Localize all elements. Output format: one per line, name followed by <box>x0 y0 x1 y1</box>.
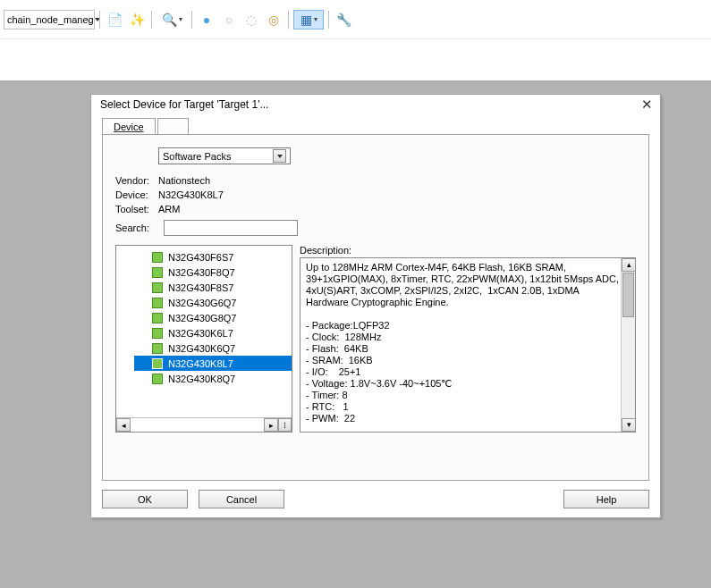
tree-item[interactable]: N32G430G6Q7 <box>134 295 292 310</box>
dot-blue-icon[interactable]: ● <box>197 10 216 29</box>
tab-device[interactable]: Device <box>102 118 156 135</box>
tree-item-label: N32G430K8Q7 <box>168 374 235 384</box>
toolset-label: Toolset: <box>115 204 158 214</box>
description-line: - Voltage: 1.8V~3.6V -40~+105℃ <box>306 378 619 390</box>
chip-icon <box>152 298 163 308</box>
help-button[interactable]: Help <box>563 490 649 508</box>
toolset-value: ARM <box>158 204 180 214</box>
chip-icon <box>152 252 163 263</box>
tree-item-label: N32G430G8Q7 <box>168 313 236 323</box>
dialog-button-row: OK Cancel Help <box>91 481 660 517</box>
chip-icon <box>152 328 163 339</box>
vendor-label: Vendor: <box>115 175 158 186</box>
tree-hscrollbar[interactable]: ◂ ▸ ⁞ <box>116 417 292 432</box>
scroll-up-icon[interactable]: ▴ <box>622 258 636 272</box>
scroll-grip-icon[interactable]: ⁞ <box>278 418 292 432</box>
tree-item[interactable]: N32G430F6S7 <box>134 249 292 265</box>
target-icon[interactable]: ◎ <box>264 10 284 29</box>
select-device-dialog: Select Device for Target 'Target 1'... ✕… <box>90 94 661 518</box>
chip-icon <box>152 374 163 384</box>
close-icon[interactable]: ✕ <box>641 97 653 113</box>
tree-item[interactable]: N32G430K6L7 <box>134 325 292 340</box>
description-line: - PWM: 22 <box>306 413 619 424</box>
tree-item-label: N32G430K8L7 <box>168 358 233 369</box>
project-combo[interactable]: chain_node_maneg <box>4 10 95 29</box>
desc-vscrollbar[interactable]: ▴ ▾ <box>621 258 635 432</box>
tree-item-label: N32G430G6Q7 <box>168 298 236 308</box>
tree-item[interactable]: N32G430G8Q7 <box>134 310 292 325</box>
zoom-icon[interactable]: 🔍▾ <box>157 10 187 29</box>
wand-icon[interactable]: ✨ <box>127 10 147 29</box>
cancel-button[interactable]: Cancel <box>199 490 284 508</box>
chip-icon <box>152 343 163 354</box>
dialog-title: Select Device for Target 'Target 1'... <box>100 98 268 111</box>
search-input[interactable] <box>164 220 298 236</box>
tree-item-label: N32G430K6L7 <box>168 328 233 339</box>
chip-icon <box>152 267 163 278</box>
toolbar-separator <box>191 11 192 29</box>
tree-item[interactable]: N32G430K6Q7 <box>134 340 292 356</box>
description-line: - SRAM: 16KB <box>306 355 619 366</box>
description-box: Up to 128MHz ARM Cortex-M4F, 64KB Flash,… <box>300 257 636 433</box>
description-line: Up to 128MHz ARM Cortex-M4F, 64KB Flash,… <box>306 262 619 273</box>
tree-item-label: N32G430F8S7 <box>168 282 233 293</box>
tab-strip: Device ... <box>102 117 649 134</box>
tree-item-label: N32G430F6S7 <box>168 252 233 263</box>
description-line: - Timer: 8 <box>306 390 619 401</box>
tab-blank[interactable]: ... <box>157 118 189 135</box>
layout-icon[interactable]: ▦▾ <box>293 10 324 29</box>
description-line: 4xU(S)ART, 3xCOMP, 2xSPI/I2S, 2xI2C, 1xC… <box>306 285 619 297</box>
description-line: - Clock: 128MHz <box>306 332 619 343</box>
tree-item[interactable]: N32G430K8L7 <box>134 356 292 371</box>
description-line: - RTC: 1 <box>306 401 619 413</box>
tree-item[interactable]: N32G430K8Q7 <box>134 371 292 386</box>
description-line: - Flash: 64KB <box>306 343 619 355</box>
description-line: 39+1xGPIO(MAX), 8xTimer, RTC, 22xPWM(MAX… <box>306 273 619 285</box>
project-combo-text: chain_node_maneg <box>7 14 94 25</box>
toolbar-separator <box>328 11 329 29</box>
page-find-icon[interactable]: 📄 <box>105 10 124 29</box>
toolbar-separator <box>288 11 289 29</box>
main-toolbar: chain_node_maneg 📄 ✨ 🔍▾ ● ○ ◌ ◎ ▦▾ 🔧 <box>0 0 711 39</box>
dialog-titlebar: Select Device for Target 'Target 1'... ✕ <box>91 95 660 114</box>
wrench-icon[interactable]: 🔧 <box>334 10 353 29</box>
tree-item-label: N32G430K6Q7 <box>168 343 235 354</box>
description-line <box>306 308 619 320</box>
description-line: Hardware Cryptographic Engine. <box>306 297 619 308</box>
scroll-down-icon[interactable]: ▾ <box>622 418 636 432</box>
toolbar-separator <box>99 11 100 29</box>
chip-icon <box>152 358 163 369</box>
circle-fade-icon[interactable]: ◌ <box>241 10 261 29</box>
ok-button[interactable]: OK <box>102 490 188 508</box>
device-tree[interactable]: N32G430F6S7N32G430F8Q7N32G430F8S7N32G430… <box>115 245 292 433</box>
search-label: Search: <box>115 223 158 233</box>
tree-item-label: N32G430F8Q7 <box>168 267 235 278</box>
device-value: N32G430K8L7 <box>158 189 224 200</box>
chip-icon <box>152 313 163 323</box>
description-line: - I/O: 25+1 <box>306 366 619 378</box>
pack-select[interactable]: Software Packs <box>158 147 291 164</box>
tree-item[interactable]: N32G430F8Q7 <box>134 265 292 280</box>
toolbar-separator <box>151 11 152 29</box>
scroll-right-icon[interactable]: ▸ <box>264 418 278 432</box>
scroll-left-icon[interactable]: ◂ <box>116 418 131 432</box>
chip-icon <box>152 282 163 293</box>
device-label: Device: <box>115 189 158 200</box>
vendor-value: Nationstech <box>158 175 210 186</box>
pack-select-value: Software Packs <box>163 151 231 162</box>
chevron-down-icon <box>273 149 286 163</box>
tree-item[interactable]: N32G430F8S7 <box>134 280 292 295</box>
description-label: Description: <box>300 245 636 256</box>
circle-icon[interactable]: ○ <box>219 10 239 29</box>
description-line: - Package:LQFP32 <box>306 320 619 332</box>
